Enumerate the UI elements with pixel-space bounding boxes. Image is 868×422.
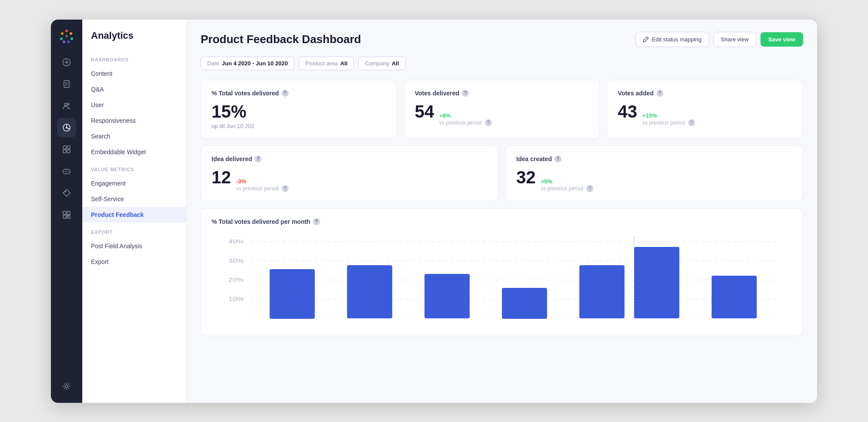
stat-card-votes-pct: % Total votes delivered ? 15% up till Ju… <box>201 80 397 138</box>
sidebar-item-responsiveness[interactable]: Responsiveness <box>82 113 186 128</box>
gamepad-icon-btn[interactable] <box>57 162 76 181</box>
svg-point-5 <box>60 37 63 40</box>
sidebar-item-user[interactable]: User <box>82 97 186 113</box>
svg-text:40%: 40% <box>229 238 244 244</box>
filter-company[interactable]: Company All <box>358 57 405 70</box>
bar-chart-svg: 40% 30% 20% 10% <box>212 233 792 329</box>
svg-text:30%: 30% <box>229 257 244 263</box>
svg-point-3 <box>67 41 70 43</box>
svg-text:10%: 10% <box>229 296 244 301</box>
stat-change-idea-delivered: -3% vs previous period ? <box>236 177 289 192</box>
help-icon-idea-delivered[interactable]: ? <box>255 155 262 162</box>
filter-date[interactable]: Date Jun 4 2020 - Jun 10 2020 <box>201 57 294 70</box>
stat-card-votes-delivered: Votes delivered ? 54 +8% vs previous per… <box>404 80 600 138</box>
filter-product-area[interactable]: Product area All <box>299 57 354 70</box>
svg-rect-38 <box>634 247 680 318</box>
sidebar-item-export[interactable]: Export <box>82 254 186 270</box>
svg-rect-36 <box>579 265 625 318</box>
stat-sub-votes-pct: up till Jun 10 202 <box>212 123 386 129</box>
svg-point-7 <box>66 35 68 37</box>
chart-card: % Total votes delivered per month ? 40% … <box>201 208 803 336</box>
stat-value-votes-pct: 15% <box>212 103 386 120</box>
stat-change-idea-created: +5% vs previous period ? <box>541 177 594 192</box>
stat-change-votes-delivered: +8% vs previous period ? <box>439 111 492 126</box>
stat-change-votes-added: +15% vs previous period ? <box>643 111 695 126</box>
sidebar-item-post-field[interactable]: Post Field Analysis <box>82 238 186 254</box>
svg-rect-35 <box>502 288 547 319</box>
svg-point-13 <box>66 127 67 128</box>
stats-grid-mid: Idea delivered ? 12 -3% vs previous peri… <box>201 145 803 201</box>
svg-rect-34 <box>424 274 470 318</box>
users-icon-btn[interactable] <box>57 96 76 115</box>
logo[interactable] <box>57 27 76 46</box>
help-icon-idea-delivered-vs[interactable]: ? <box>282 185 289 192</box>
sidebar-item-search[interactable]: Search <box>82 128 186 144</box>
help-icon-idea-created-vs[interactable]: ? <box>586 185 593 192</box>
section-label-export: EXPORT <box>82 223 186 238</box>
chart-title: % Total votes delivered per month ? <box>212 218 792 225</box>
add-icon-btn[interactable] <box>57 53 76 72</box>
stat-value-votes-added: 43 <box>618 103 637 120</box>
nav-title: Analytics <box>82 30 186 50</box>
svg-point-23 <box>65 385 68 388</box>
svg-rect-22 <box>63 215 66 218</box>
sidebar-item-content[interactable]: Content <box>82 66 186 81</box>
main-content: Product Feedback Dashboard Edit status m… <box>187 20 817 403</box>
sidebar-item-qa[interactable]: Q&A <box>82 81 186 97</box>
puzzle-icon-btn[interactable] <box>57 205 76 224</box>
svg-rect-17 <box>67 150 70 153</box>
stat-value-idea-created: 32 <box>516 169 536 186</box>
help-icon-votes-added[interactable]: ? <box>656 90 663 97</box>
document-icon-btn[interactable] <box>57 74 76 94</box>
stat-card-header-votes-added: Votes added ? <box>618 90 792 97</box>
main-header: Product Feedback Dashboard Edit status m… <box>201 32 803 47</box>
stat-card-idea-delivered: Idea delivered ? 12 -3% vs previous peri… <box>201 145 498 201</box>
sidebar-item-engagement[interactable]: Engagement <box>82 176 186 191</box>
svg-rect-18 <box>63 169 70 174</box>
stat-card-header-idea-delivered: Idea delivered ? <box>212 155 488 162</box>
help-icon-chart[interactable]: ? <box>313 218 320 225</box>
share-view-button[interactable]: Share view <box>713 32 756 47</box>
stat-card-header-votes-pct: % Total votes delivered ? <box>212 90 386 97</box>
svg-rect-33 <box>347 265 392 318</box>
edit-icon <box>643 36 649 42</box>
stat-card-header-idea-created: Idea created ? <box>516 155 792 162</box>
svg-point-2 <box>71 37 73 40</box>
svg-rect-16 <box>63 150 66 153</box>
svg-point-11 <box>67 103 69 105</box>
svg-point-1 <box>70 32 72 35</box>
filter-bar: Date Jun 4 2020 - Jun 10 2020 Product ar… <box>201 57 803 70</box>
stats-grid-top: % Total votes delivered ? 15% up till Ju… <box>201 80 803 138</box>
svg-point-6 <box>61 32 64 35</box>
sidebar-item-self-service[interactable]: Self-Service <box>82 191 186 207</box>
stat-card-header-votes-delivered: Votes delivered ? <box>415 90 589 97</box>
stat-suffix-votes-pct: up till Jun 10 202 <box>212 123 254 129</box>
stat-value-votes-delivered: 54 <box>415 103 434 120</box>
stat-card-votes-added: Votes added ? 43 +15% vs previous period… <box>607 80 803 138</box>
sidebar-item-product-feedback[interactable]: Product Feedback <box>82 207 186 223</box>
svg-rect-14 <box>63 146 66 149</box>
help-icon-votes-delivered[interactable]: ? <box>462 90 469 97</box>
stat-card-idea-created: Idea created ? 32 +5% vs previous period… <box>505 145 803 201</box>
settings-icon-btn[interactable] <box>57 377 76 396</box>
tag-icon-btn[interactable] <box>57 183 76 203</box>
page-title: Product Feedback Dashboard <box>201 33 361 46</box>
svg-point-10 <box>64 103 67 106</box>
header-actions: Edit status mapping Share view Save view <box>636 32 803 47</box>
help-icon-votes-vs[interactable]: ? <box>485 119 492 126</box>
chart-area: 40% 30% 20% 10% <box>212 233 792 329</box>
help-icon-votes-added-vs[interactable]: ? <box>688 119 695 126</box>
svg-rect-32 <box>269 269 315 319</box>
help-icon-votes-pct[interactable]: ? <box>282 90 289 97</box>
icon-sidebar <box>51 20 82 403</box>
edit-status-button[interactable]: Edit status mapping <box>636 32 709 47</box>
help-icon-idea-created[interactable]: ? <box>555 155 562 162</box>
sidebar-item-embeddable[interactable]: Embeddable Widget <box>82 144 186 160</box>
save-view-button[interactable]: Save view <box>760 32 803 47</box>
section-label-dashboards: DASHBOARDS <box>82 50 186 66</box>
svg-rect-39 <box>712 276 757 318</box>
chart-icon-btn[interactable] <box>57 118 76 137</box>
grid-icon-btn[interactable] <box>57 140 76 159</box>
svg-rect-15 <box>67 146 70 149</box>
svg-rect-20 <box>63 211 66 214</box>
